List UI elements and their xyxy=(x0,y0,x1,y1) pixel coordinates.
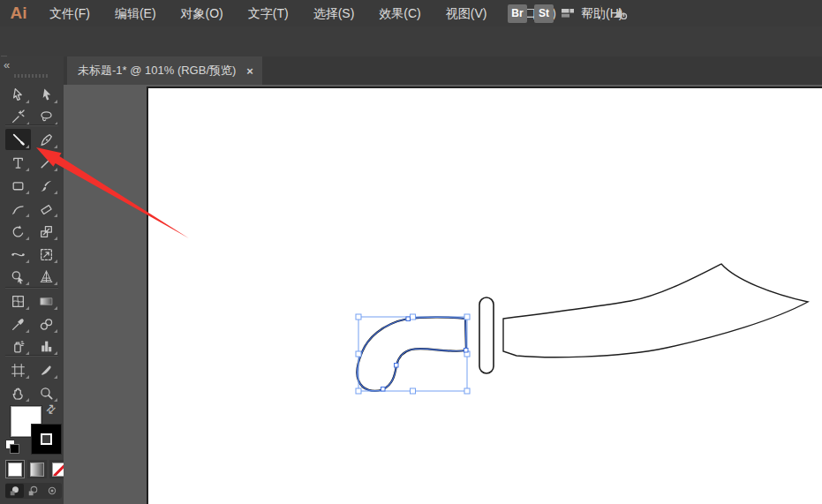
type-tool[interactable] xyxy=(5,152,31,173)
blend-tool[interactable] xyxy=(34,313,59,335)
color-swatch-icon xyxy=(8,463,22,477)
line-segment-tool[interactable] xyxy=(34,152,59,173)
control-bar: 锚点 转换: 手柄: 锚点: X: 293.5 px Y: 302.5 px 宽… xyxy=(0,26,822,57)
gpu-performance-icon[interactable] xyxy=(612,5,628,21)
document-tab[interactable]: 未标题-1* @ 101% (RGB/预览) × xyxy=(67,56,262,85)
draw-modes-group xyxy=(5,483,62,499)
panel-drag-grip[interactable] xyxy=(14,74,49,78)
paintbrush-tool[interactable] xyxy=(34,175,59,196)
hand-tool[interactable] xyxy=(5,382,31,403)
tool-group-divider xyxy=(5,124,58,126)
pencil-tool[interactable] xyxy=(5,198,31,219)
menubar-divider xyxy=(600,5,601,21)
gradient-button[interactable] xyxy=(27,460,47,478)
draw-behind-button[interactable] xyxy=(24,484,42,498)
artboard-tool[interactable] xyxy=(5,359,31,380)
document-tab-bar: 未标题-1* @ 101% (RGB/预览) × xyxy=(64,56,822,87)
slice-tool[interactable] xyxy=(34,359,59,380)
mesh-tool[interactable] xyxy=(5,290,31,312)
menubar-right-cluster: Br St xyxy=(508,0,628,26)
draw-inside-button[interactable] xyxy=(42,484,61,498)
artboard[interactable] xyxy=(147,87,822,504)
perspective-grid-tool[interactable] xyxy=(34,266,59,287)
selection-tool[interactable] xyxy=(5,84,31,105)
menu-item-6[interactable]: 视图(V) xyxy=(434,0,500,26)
panel-collapse-button[interactable]: « xyxy=(4,59,10,71)
menu-item-3[interactable]: 文字(T) xyxy=(236,0,301,26)
stroke-color-swatch[interactable] xyxy=(32,425,61,454)
gradient-icon xyxy=(30,463,44,477)
canvas-pasteboard[interactable] xyxy=(64,85,822,504)
workspace-switcher-icon[interactable] xyxy=(561,6,575,20)
eyedropper-tool[interactable] xyxy=(5,313,31,335)
free-transform-tool[interactable] xyxy=(34,244,59,265)
default-colors-icon[interactable] xyxy=(5,440,19,454)
menu-item-2[interactable]: 对象(O) xyxy=(169,0,236,26)
curvature-tool[interactable] xyxy=(34,129,59,150)
scale-tool[interactable] xyxy=(34,221,59,242)
menu-bar: Ai 文件(F)编辑(E)对象(O)文字(T)选择(S)效果(C)视图(V)窗口… xyxy=(0,0,822,26)
direct-selection-tool[interactable] xyxy=(34,84,59,105)
rotate-tool[interactable] xyxy=(5,221,31,242)
eraser-tool[interactable] xyxy=(34,198,59,219)
tool-panel: « ⇄ xyxy=(0,56,64,504)
rectangle-tool[interactable] xyxy=(5,175,31,196)
swap-fill-stroke-icon[interactable]: ⇄ xyxy=(42,401,58,417)
stock-button[interactable]: St xyxy=(534,4,554,23)
tool-group-divider xyxy=(5,287,58,289)
color-fill-button[interactable] xyxy=(5,460,25,478)
menu-item-0[interactable]: 文件(F) xyxy=(37,0,102,26)
width-tool[interactable] xyxy=(5,244,31,265)
tab-close-icon[interactable]: × xyxy=(246,64,253,78)
pen-tool[interactable] xyxy=(5,129,31,150)
shape-builder-tool[interactable] xyxy=(5,266,31,287)
menu-item-4[interactable]: 选择(S) xyxy=(301,0,367,26)
menu-item-5[interactable]: 效果(C) xyxy=(366,0,433,26)
symbol-sprayer-tool[interactable] xyxy=(5,335,31,357)
chevron-down-icon[interactable] xyxy=(582,10,590,18)
column-graph-tool[interactable] xyxy=(34,335,59,357)
document-tab-title: 未标题-1* @ 101% (RGB/预览) xyxy=(78,63,236,79)
tool-group-divider xyxy=(5,355,58,357)
gradient-tool[interactable] xyxy=(34,290,59,312)
stroke-hole xyxy=(41,433,52,445)
menu-item-1[interactable]: 编辑(E) xyxy=(102,0,169,26)
bridge-button[interactable]: Br xyxy=(508,4,527,23)
illustrator-logo: Ai xyxy=(0,4,37,23)
zoom-tool[interactable] xyxy=(34,382,59,403)
draw-normal-button[interactable] xyxy=(5,484,24,498)
